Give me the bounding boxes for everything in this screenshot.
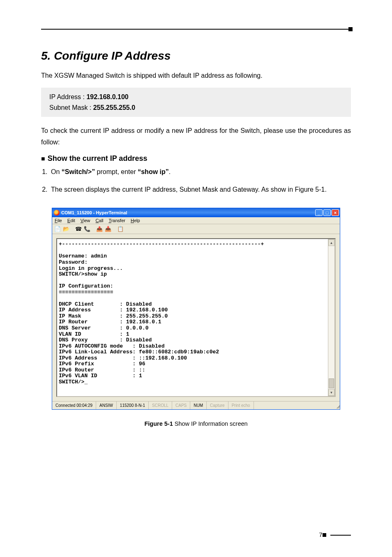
resize-grip-icon[interactable] [334,403,340,408]
ip-label: IP Address : [49,93,86,100]
close-button[interactable]: × [332,209,339,216]
scroll-thumb[interactable] [329,378,334,388]
status-emulation: ANSIW [96,402,117,409]
status-scroll: SCROLL [149,402,172,409]
header-rule [41,29,351,30]
window-title: COM1_115200 - HyperTerminal [61,210,314,215]
steps-list: On “Switch/>” prompt, enter “show ip”. T… [41,166,351,196]
figure-caption: Figure 5-1 Show IP Information screen [41,420,351,427]
menu-file[interactable]: File [55,218,62,223]
toolbar: 📄 📂 ☎ 📞 📤 📥 📋 [52,224,340,234]
terminal-area[interactable]: +---------------------------------------… [56,238,336,397]
step-2: The screen displays the current IP addre… [49,184,351,196]
hyperterminal-window: COM1_115200 - HyperTerminal _ □ × File E… [52,208,340,410]
status-caps: CAPS [172,402,190,409]
terminal-output: +---------------------------------------… [59,241,323,385]
intro-paragraph: The XGSW Managed Switch is shipped with … [41,70,351,81]
ip-value: 192.168.0.100 [86,93,128,100]
step1-a: On [51,168,62,175]
page-number-value: 7 [319,531,322,538]
disconnect-icon[interactable]: 📞 [83,225,91,233]
menu-bar[interactable]: File Edit View Call Transfer Help [52,217,340,224]
menu-transfer[interactable]: Transfer [108,218,125,223]
window-titlebar[interactable]: COM1_115200 - HyperTerminal _ □ × [52,208,340,217]
status-bar: Connected 00:04:29 ANSIW 115200 8-N-1 SC… [52,401,340,409]
default-ip-box: IP Address : 192.168.0.100 Subnet Mask :… [41,88,351,117]
mask-value: 255.255.255.0 [93,104,135,111]
mask-label: Subnet Mask : [49,104,93,111]
status-num: NUM [190,402,207,409]
send-icon[interactable]: 📤 [96,225,103,233]
step-1: On “Switch/>” prompt, enter “show ip”. [49,166,351,178]
separator [113,225,115,233]
open-icon[interactable]: 📂 [62,225,70,233]
page-number: 7 [319,531,351,538]
subsection-heading: ■Show the current IP address [41,154,351,163]
page-content: 5. Configure IP Address The XGSW Managed… [0,0,392,427]
vertical-scrollbar[interactable]: ▲ ▼ [328,239,335,396]
menu-call[interactable]: Call [96,218,104,223]
maximize-button[interactable]: □ [323,209,331,216]
paragraph-2: To check the current IP address or modif… [41,125,351,147]
scroll-down-icon[interactable]: ▼ [328,389,334,396]
status-port: 115200 8-N-1 [117,402,149,409]
separator [71,225,74,233]
scroll-up-icon[interactable]: ▲ [328,239,334,246]
status-printecho: Print echo [228,402,254,409]
status-capture: Capture [207,402,228,409]
call-icon[interactable]: ☎ [75,225,82,233]
separator [92,225,95,233]
receive-icon[interactable]: 📥 [104,225,112,233]
page-mark-icon [323,533,326,537]
terminal-wrapper: +---------------------------------------… [52,234,340,401]
menu-edit[interactable]: Edit [67,218,75,223]
subsection-title: Show the current IP address [48,154,148,162]
section-heading: 5. Configure IP Address [41,49,351,63]
app-icon [54,210,60,216]
menu-view[interactable]: View [81,218,90,223]
bullet-icon: ■ [41,155,45,162]
step1-c: prompt, enter [95,168,138,175]
minimize-button[interactable]: _ [315,209,323,216]
status-connected: Connected 00:04:29 [52,402,96,409]
new-icon[interactable]: 📄 [54,225,61,233]
figure-number: Figure 5-1 [144,420,173,427]
step1-b: “Switch/>” [62,168,95,175]
p2-line1: To check the current IP address or modif… [41,127,283,134]
properties-icon[interactable]: 📋 [117,225,124,233]
menu-help[interactable]: Help [131,218,140,223]
step1-e: . [169,168,171,175]
step1-d: “show ip” [138,168,169,175]
figure-title: Show IP Information screen [173,420,248,427]
